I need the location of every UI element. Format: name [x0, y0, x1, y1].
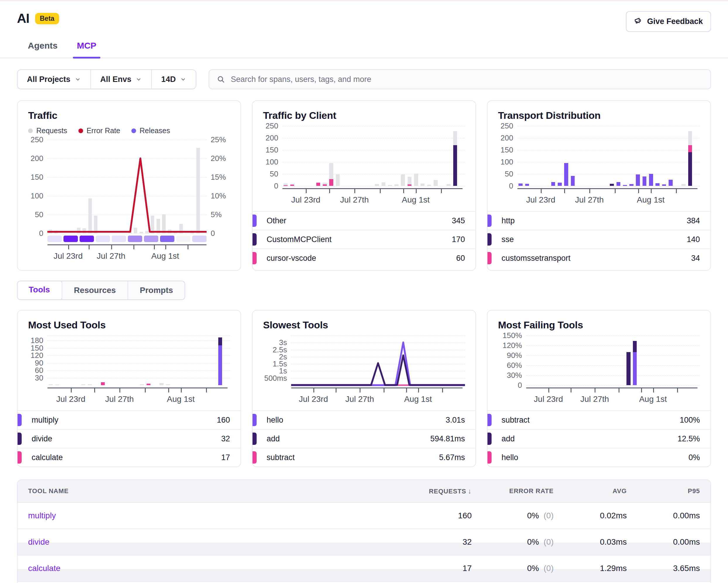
col-p95[interactable]: P95 [627, 487, 700, 495]
release-band[interactable] [144, 236, 158, 242]
bar-segment[interactable] [49, 384, 53, 385]
bar-segment[interactable] [290, 185, 294, 186]
legend-list-item[interactable]: hello0% [488, 448, 710, 466]
bar-segment[interactable] [453, 145, 457, 186]
bar-segment[interactable] [626, 352, 630, 385]
bar-segment[interactable] [336, 174, 340, 186]
bar-segment[interactable] [655, 183, 659, 186]
bar-segment[interactable] [81, 384, 85, 385]
table-row[interactable]: calculate170% (0)1.29ms3.65ms [18, 555, 710, 581]
legend-item-releases[interactable]: Releases [131, 126, 170, 135]
bar-segment[interactable] [101, 382, 105, 385]
release-band[interactable] [47, 236, 62, 242]
table-row[interactable]: multiply1600% (0)0.02ms0.00ms [18, 502, 710, 529]
col-requests[interactable]: REQUESTS↓ [405, 487, 472, 495]
col-error-rate[interactable]: ERROR RATE [472, 487, 554, 495]
bar-segment[interactable] [408, 184, 412, 186]
bar-segment[interactable] [329, 179, 333, 186]
bar-segment[interactable] [140, 384, 144, 385]
bar-segment[interactable] [55, 385, 59, 385]
bar-segment[interactable] [669, 180, 673, 186]
bar-segment[interactable] [375, 184, 379, 186]
legend-list-item[interactable]: cursor-vscode60 [253, 249, 475, 267]
bar-segment[interactable] [284, 185, 288, 186]
date-range-dropdown[interactable]: 14D [151, 70, 196, 89]
bar-segment[interactable] [636, 174, 640, 186]
bar-segment[interactable] [623, 185, 627, 186]
bar-segment[interactable] [649, 174, 653, 186]
bar-segment[interactable] [453, 131, 457, 145]
tool-name-link[interactable]: divide [28, 537, 405, 547]
bar-segment[interactable] [525, 184, 529, 186]
bar-segment[interactable] [688, 145, 692, 152]
bar-segment[interactable] [564, 163, 568, 186]
tab-tools[interactable]: Tools [17, 281, 62, 300]
legend-list-item[interactable]: subtract5.67ms [253, 448, 475, 466]
table-row[interactable]: add1612.5% (2)594.81ms3.16s [18, 581, 710, 583]
bar-segment[interactable] [284, 183, 288, 185]
legend-list-item[interactable]: add12.5% [488, 429, 710, 448]
give-feedback-button[interactable]: Give Feedback [626, 11, 711, 32]
legend-list-item[interactable]: divide32 [18, 429, 240, 448]
bar-segment[interactable] [688, 131, 692, 145]
envs-filter-dropdown[interactable]: All Envs [90, 70, 152, 89]
tab-resources[interactable]: Resources [62, 281, 128, 299]
projects-filter-dropdown[interactable]: All Projects [18, 70, 90, 89]
tab-prompts[interactable]: Prompts [128, 281, 185, 299]
bar-segment[interactable] [629, 184, 633, 186]
bar-segment[interactable] [159, 383, 163, 385]
legend-list-item[interactable]: add594.81ms [253, 429, 475, 448]
bar-segment[interactable] [401, 174, 405, 186]
bar-segment[interactable] [617, 182, 621, 186]
release-band[interactable] [80, 236, 94, 242]
bar-segment[interactable] [88, 384, 92, 385]
bar-segment[interactable] [218, 345, 223, 385]
release-band[interactable] [96, 236, 110, 242]
legend-list-item[interactable]: http384 [488, 211, 710, 230]
tool-name-link[interactable]: calculate [28, 564, 405, 573]
bar-segment[interactable] [394, 184, 398, 186]
legend-item-requests[interactable]: Requests [28, 126, 67, 135]
bar-segment[interactable] [290, 184, 294, 185]
col-avg[interactable]: AVG [554, 487, 627, 495]
bar-segment[interactable] [446, 184, 451, 186]
bar-segment[interactable] [551, 182, 555, 186]
release-band[interactable] [176, 236, 190, 242]
bar-segment[interactable] [323, 184, 327, 186]
legend-list-item[interactable]: customssetransport34 [488, 249, 710, 267]
legend-list-item[interactable]: Other345 [253, 211, 475, 230]
tab-agents[interactable]: Agents [28, 41, 58, 58]
release-band[interactable] [63, 236, 78, 242]
table-row[interactable]: divide320% (0)0.03ms0.00ms [18, 529, 710, 555]
bar-segment[interactable] [316, 183, 320, 186]
bar-segment[interactable] [382, 182, 386, 186]
bar-segment[interactable] [643, 176, 647, 186]
legend-list-item[interactable]: sse140 [488, 230, 710, 249]
legend-item-error-rate[interactable]: Error Rate [78, 126, 120, 135]
bar-segment[interactable] [610, 184, 614, 186]
release-band[interactable] [112, 236, 126, 242]
release-band[interactable] [128, 236, 142, 242]
bar-segment[interactable] [329, 163, 333, 179]
bar-segment[interactable] [166, 384, 170, 385]
bar-segment[interactable] [662, 184, 666, 186]
release-band[interactable] [160, 236, 174, 242]
bar-segment[interactable] [681, 184, 685, 186]
bar-segment[interactable] [427, 185, 431, 186]
bar-segment[interactable] [323, 183, 327, 184]
bar-segment[interactable] [414, 174, 418, 186]
release-band[interactable] [192, 236, 207, 242]
bar-segment[interactable] [519, 183, 523, 186]
bar-segment[interactable] [147, 384, 151, 385]
bar-segment[interactable] [218, 337, 223, 345]
bar-segment[interactable] [420, 183, 424, 186]
legend-list-item[interactable]: multiply160 [18, 410, 240, 429]
tool-name-link[interactable]: multiply [28, 511, 405, 521]
bar-segment[interactable] [633, 352, 637, 385]
legend-list-item[interactable]: subtract100% [488, 410, 710, 429]
bar-segment[interactable] [688, 152, 692, 186]
bar-segment[interactable] [408, 177, 412, 184]
legend-list-item[interactable]: CustomMCPClient170 [253, 230, 475, 249]
bar-segment[interactable] [571, 176, 575, 186]
legend-list-item[interactable]: hello3.01s [253, 410, 475, 429]
